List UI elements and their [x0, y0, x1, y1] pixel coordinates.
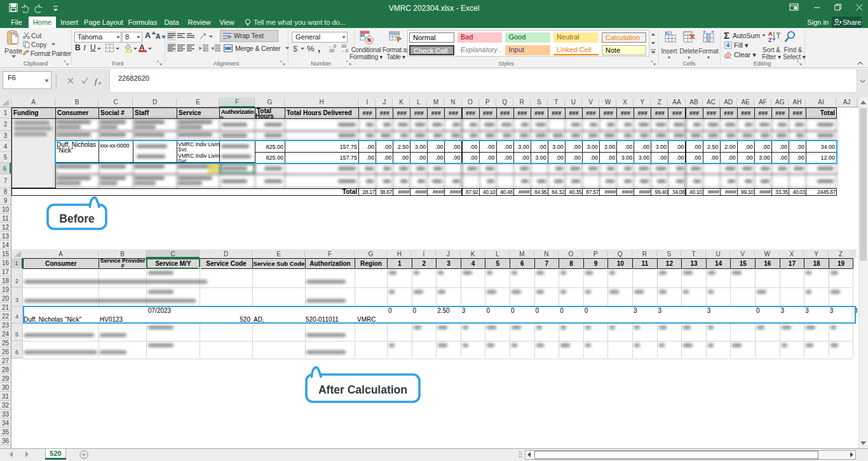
svg-text:→.0: →.0	[341, 48, 348, 53]
svg-text:Before: Before	[59, 212, 95, 225]
svg-text:x: x	[98, 79, 101, 86]
svg-text:.00: .00	[329, 48, 334, 53]
svg-text:A: A	[768, 31, 773, 37]
svg-text:Z: Z	[768, 37, 772, 43]
svg-text:After Calculation: After Calculation	[318, 383, 407, 396]
